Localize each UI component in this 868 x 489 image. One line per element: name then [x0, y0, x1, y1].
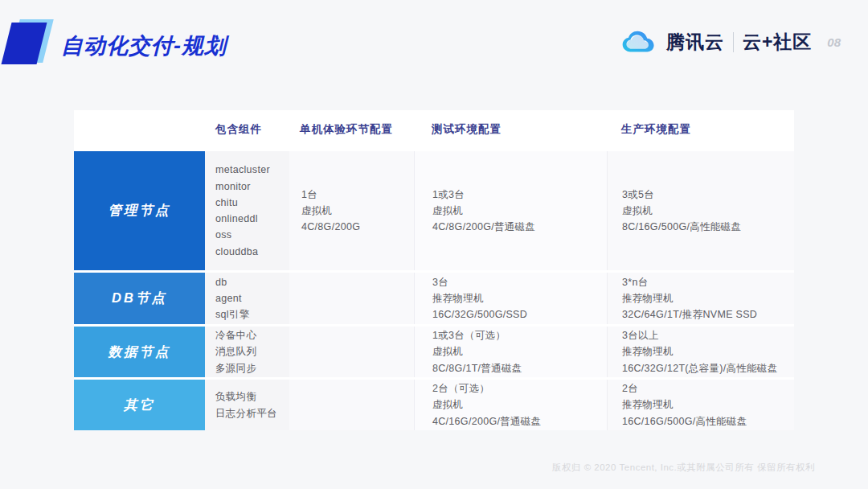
column-header: 单机体验环节配置 — [289, 110, 414, 149]
cell-line: clouddba — [215, 244, 289, 260]
cell-line: 1台 — [301, 187, 414, 203]
cell-test: 1或3台（可选）虚拟机8C/8G/1T/普通磁盘 — [414, 327, 607, 377]
cell-line: 3台 — [432, 274, 607, 290]
cell-single — [289, 273, 414, 324]
cell-line: 3或5台 — [622, 187, 794, 203]
cell-line: sql引擎 — [215, 306, 289, 323]
cell-line: 3台以上 — [622, 327, 794, 343]
cell-line: 8C/16G/500G/高性能磁盘 — [622, 219, 794, 235]
cell-line: 日志分析平台 — [215, 405, 289, 421]
cell-line: 虚拟机 — [301, 203, 414, 219]
cell-prod: 3或5台虚拟机8C/16G/500G/高性能磁盘 — [607, 151, 794, 270]
cell-single — [289, 380, 414, 430]
column-header: 生产环境配置 — [607, 110, 794, 149]
cell-line: metacluster — [215, 162, 289, 178]
cell-test: 2台（可选）虚拟机4C/16G/200G/普通磁盘 — [414, 380, 607, 430]
page-number: 08 — [827, 35, 841, 49]
cell-line: 16C/16G/500G/高性能磁盘 — [622, 413, 794, 429]
community-name: 云+社区 — [743, 30, 812, 55]
cell-line: 2台 — [622, 380, 794, 397]
cell-single — [289, 327, 414, 377]
cell-line: 虚拟机 — [432, 203, 607, 219]
cell-line: oss — [215, 227, 289, 243]
cell-line: 消息队列 — [215, 343, 289, 360]
brand-name: 腾讯云 — [666, 30, 724, 55]
cell-line: 1或3台 — [432, 187, 607, 203]
row-header: 其它 — [74, 380, 205, 430]
cell-test: 1或3台虚拟机4C/8G/200G/普通磁盘 — [414, 151, 607, 270]
cell-single: 1台虚拟机4C/8G/200G — [289, 151, 414, 270]
cell-line: 推荐物理机 — [622, 397, 794, 413]
cell-line: 负载均衡 — [215, 388, 289, 405]
cell-line: monitor — [215, 179, 289, 195]
tencent-cloud-logo-icon — [620, 28, 657, 55]
column-header: 包含组件 — [205, 110, 289, 149]
column-header: 测试环境配置 — [414, 110, 607, 149]
cell-line: 8C/8G/1T/普通磁盘 — [432, 360, 607, 376]
table-corner — [74, 110, 205, 149]
copyright-text: 版权归 © 2020 Tencent, Inc.或其附属公司所有 保留所有权利 — [552, 462, 815, 474]
cell-line: chitu — [215, 195, 289, 211]
cell-line: 4C/8G/200G — [301, 219, 414, 235]
brand-divider — [733, 32, 734, 52]
cell-prod: 3台以上推荐物理机16C/32G/12T(总容量)/高性能磁盘 — [607, 327, 794, 377]
cell-line: 冷备中心 — [215, 327, 289, 343]
top-bar: 自动化交付-规划 腾讯云 云+社区 08 — [0, 0, 868, 80]
cell-line: 16C/32G/500G/SSD — [432, 306, 607, 323]
cell-line: agent — [215, 290, 289, 306]
cell-line: 16C/32G/12T(总容量)/高性能磁盘 — [622, 360, 794, 376]
cell-line: onlineddl — [215, 211, 289, 227]
cell-line: 4C/16G/200G/普通磁盘 — [432, 413, 607, 429]
config-table: 包含组件单机体验环节配置测试环境配置生产环境配置管理节点metaclusterm… — [74, 110, 794, 430]
cell-line: 推荐物理机 — [432, 290, 607, 306]
cell-components: 负载均衡日志分析平台 — [205, 380, 289, 430]
cell-line: 虚拟机 — [432, 343, 607, 360]
cell-test: 3台推荐物理机16C/32G/500G/SSD — [414, 273, 607, 324]
page-title: 自动化交付-规划 — [61, 31, 227, 60]
row-header: 管理节点 — [74, 151, 205, 270]
row-header: 数据节点 — [74, 327, 205, 377]
cell-prod: 3*n台推荐物理机32C/64G/1T/推荐NVME SSD — [607, 273, 794, 324]
cell-line: 推荐物理机 — [622, 290, 794, 306]
cell-line: 2台（可选） — [432, 380, 607, 397]
row-header: DB节点 — [74, 273, 205, 324]
cell-components: dbagentsql引擎 — [205, 273, 289, 324]
cell-prod: 2台推荐物理机16C/16G/500G/高性能磁盘 — [607, 380, 794, 430]
cell-line: 虚拟机 — [432, 397, 607, 413]
cell-components: 冷备中心消息队列多源同步 — [205, 327, 289, 377]
brand-area: 腾讯云 云+社区 08 — [620, 27, 841, 57]
cell-line: 虚拟机 — [622, 203, 794, 219]
cell-line: 32C/64G/1T/推荐NVME SSD — [622, 306, 794, 323]
cell-line: 多源同步 — [215, 360, 289, 376]
cell-line: 4C/8G/200G/普通磁盘 — [432, 219, 607, 235]
cell-line: 3*n台 — [622, 274, 794, 290]
cell-components: metaclustermonitorchituonlineddlosscloud… — [205, 151, 289, 270]
cell-line: 推荐物理机 — [622, 343, 794, 360]
cell-line: 1或3台（可选） — [432, 327, 607, 343]
cell-line: db — [215, 274, 289, 290]
